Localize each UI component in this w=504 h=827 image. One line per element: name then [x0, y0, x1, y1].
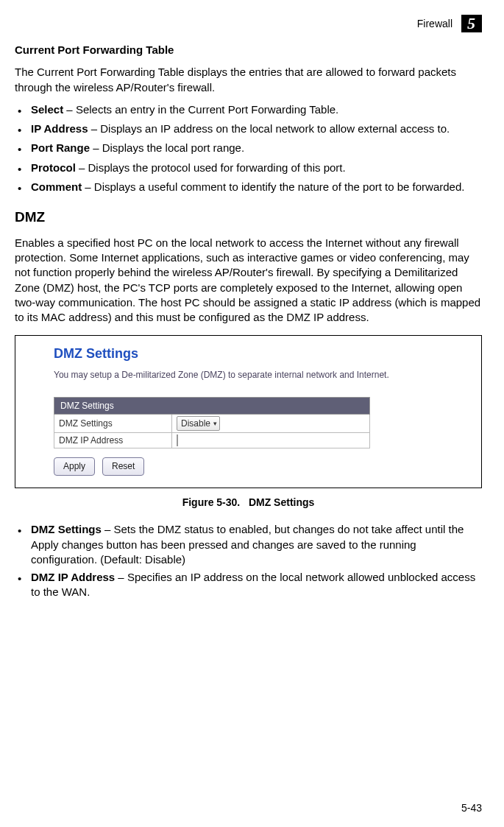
- list-item: •DMZ Settings – Sets the DMZ status to e…: [18, 522, 482, 567]
- header-section-label: Firewall: [417, 17, 452, 31]
- table-header: DMZ Settings: [54, 397, 370, 414]
- row-label: DMZ Settings: [54, 415, 172, 433]
- section-title-port-forwarding: Current Port Forwarding Table: [15, 43, 482, 57]
- bullet-icon: •: [18, 141, 31, 157]
- page-header: Firewall 5: [15, 15, 482, 32]
- list-term: IP Address: [31, 122, 88, 135]
- bullet-icon: •: [18, 522, 31, 538]
- dmz-paragraph: Enables a specified host PC on the local…: [15, 236, 482, 325]
- table-row: DMZ IP Address: [54, 433, 370, 448]
- table-row: DMZ Settings Disable ▾: [54, 415, 370, 433]
- figure-title: DMZ Settings: [249, 496, 314, 508]
- bullet-icon: •: [18, 102, 31, 119]
- list-desc: – Displays the protocol used for forward…: [76, 161, 346, 174]
- list-term: DMZ Settings: [31, 523, 102, 535]
- port-forwarding-list: •Select – Selects an entry in the Curren…: [15, 102, 482, 196]
- bullet-icon: •: [18, 570, 31, 586]
- list-desc: – Displays the local port range.: [90, 141, 244, 154]
- list-term: Select: [31, 103, 63, 116]
- reset-button[interactable]: Reset: [102, 457, 144, 475]
- list-desc: – Displays a useful comment to identify …: [82, 180, 464, 193]
- dmz-settings-table: DMZ Settings DMZ Settings Disable ▾ DMZ …: [54, 397, 370, 449]
- dmz-ip-input[interactable]: [177, 434, 178, 446]
- chevron-down-icon: ▾: [213, 419, 217, 428]
- chapter-badge: 5: [461, 15, 482, 32]
- apply-button[interactable]: Apply: [54, 457, 95, 475]
- bullet-icon: •: [18, 122, 31, 138]
- section-intro: The Current Port Forwarding Table displa…: [15, 65, 482, 95]
- dmz-heading: DMZ: [15, 208, 482, 227]
- dmz-settings-dropdown[interactable]: Disable ▾: [177, 416, 220, 431]
- list-item: •DMZ IP Address – Specifies an IP addres…: [18, 570, 482, 600]
- list-item: •Protocol – Displays the protocol used f…: [18, 161, 482, 177]
- list-item: •Select – Selects an entry in the Curren…: [18, 102, 482, 119]
- list-item: •Port Range – Displays the local port ra…: [18, 141, 482, 157]
- figure-dmz-settings: DMZ Settings You may setup a De-militari…: [15, 335, 482, 488]
- dmz-post-list: •DMZ Settings – Sets the DMZ status to e…: [15, 522, 482, 599]
- figure-caption: Figure 5-30. DMZ Settings: [15, 496, 482, 510]
- list-term: Comment: [31, 180, 82, 193]
- list-desc: – Displays an IP address on the local ne…: [88, 122, 450, 135]
- list-term: Port Range: [31, 141, 90, 154]
- list-term: DMZ IP Address: [31, 571, 115, 583]
- list-term: Protocol: [31, 161, 76, 174]
- row-label: DMZ IP Address: [54, 433, 172, 448]
- bullet-icon: •: [18, 161, 31, 177]
- dmz-settings-title: DMZ Settings: [54, 345, 472, 362]
- dmz-settings-desc: You may setup a De-militarized Zone (DMZ…: [54, 369, 472, 381]
- dropdown-value: Disable: [181, 418, 210, 429]
- list-desc: – Selects an entry in the Current Port F…: [63, 103, 338, 116]
- page-number: 5-43: [461, 801, 482, 815]
- bullet-icon: •: [18, 180, 31, 196]
- figure-number: Figure 5-30.: [182, 496, 241, 508]
- list-item: •Comment – Displays a useful comment to …: [18, 180, 482, 196]
- list-item: •IP Address – Displays an IP address on …: [18, 122, 482, 138]
